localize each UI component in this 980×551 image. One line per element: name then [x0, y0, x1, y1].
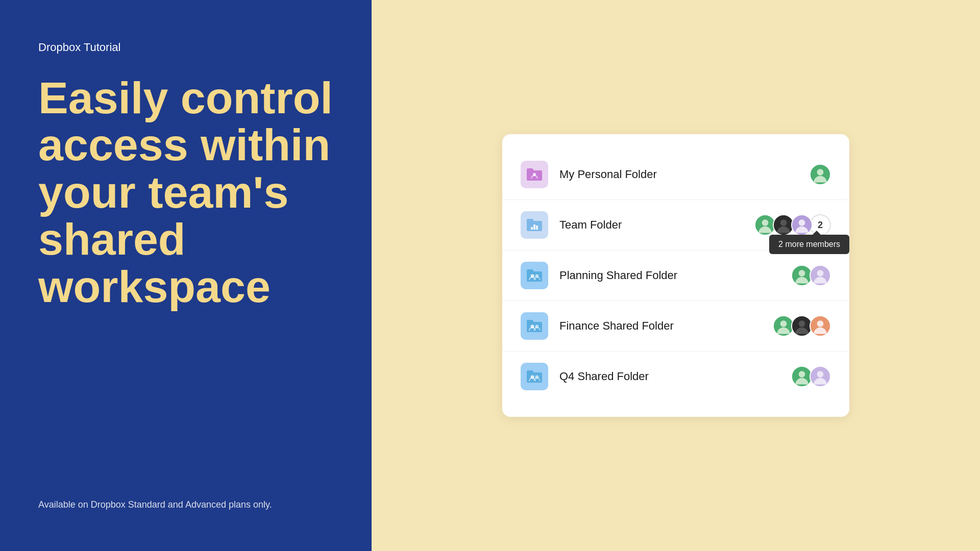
- svg-rect-4: [533, 224, 535, 230]
- svg-rect-5: [536, 226, 538, 230]
- svg-point-17: [817, 270, 824, 277]
- svg-point-2: [817, 169, 824, 176]
- avatar-p2: [810, 265, 831, 286]
- svg-point-15: [799, 270, 805, 277]
- folder-row-personal[interactable]: My Personal Folder: [502, 149, 849, 200]
- folder-icon-team: [521, 211, 548, 239]
- folder-card: My Personal Folder: [502, 134, 849, 417]
- svg-point-7: [762, 219, 769, 226]
- svg-point-9: [780, 219, 787, 226]
- avatars-personal: [810, 164, 831, 185]
- svg-point-11: [799, 219, 805, 226]
- avatars-finance: [773, 315, 831, 337]
- folder-row-finance[interactable]: Finance Shared Folder: [502, 301, 849, 352]
- svg-point-23: [799, 320, 805, 327]
- folder-icon-planning: [521, 262, 548, 289]
- avatar-1: [810, 164, 831, 185]
- svg-point-31: [817, 371, 824, 378]
- right-panel: My Personal Folder: [372, 0, 980, 551]
- folder-icon-personal: [521, 161, 548, 188]
- folder-row-team[interactable]: Team Folder: [502, 200, 849, 251]
- svg-point-29: [799, 371, 805, 378]
- avatars-q4: [791, 366, 831, 387]
- left-panel: Dropbox Tutorial Easily control access w…: [0, 0, 372, 551]
- avatar-t3: [791, 214, 813, 236]
- footer-note: Available on Dropbox Standard and Advanc…: [38, 499, 333, 510]
- folder-name-finance: Finance Shared Folder: [559, 319, 773, 333]
- svg-point-21: [780, 320, 787, 327]
- folder-row-planning[interactable]: Planning Shared Folder: [502, 251, 849, 301]
- avatars-planning: [791, 265, 831, 286]
- tutorial-label: Dropbox Tutorial: [38, 41, 333, 54]
- folder-name-team: Team Folder: [559, 218, 754, 232]
- svg-rect-3: [531, 227, 533, 230]
- folder-icon-q4: [521, 363, 548, 390]
- avatar-q2: [810, 366, 831, 387]
- folder-name-q4: Q4 Shared Folder: [559, 370, 791, 383]
- folder-name-personal: My Personal Folder: [559, 168, 810, 181]
- tooltip-more-members: 2 more members: [769, 235, 849, 254]
- folder-row-q4[interactable]: Q4 Shared Folder: [502, 352, 849, 402]
- svg-point-25: [817, 320, 824, 327]
- folder-icon-finance: [521, 312, 548, 340]
- headline: Easily control access within your team's…: [38, 74, 333, 310]
- avatar-f3: [810, 315, 831, 337]
- folder-name-planning: Planning Shared Folder: [559, 269, 791, 282]
